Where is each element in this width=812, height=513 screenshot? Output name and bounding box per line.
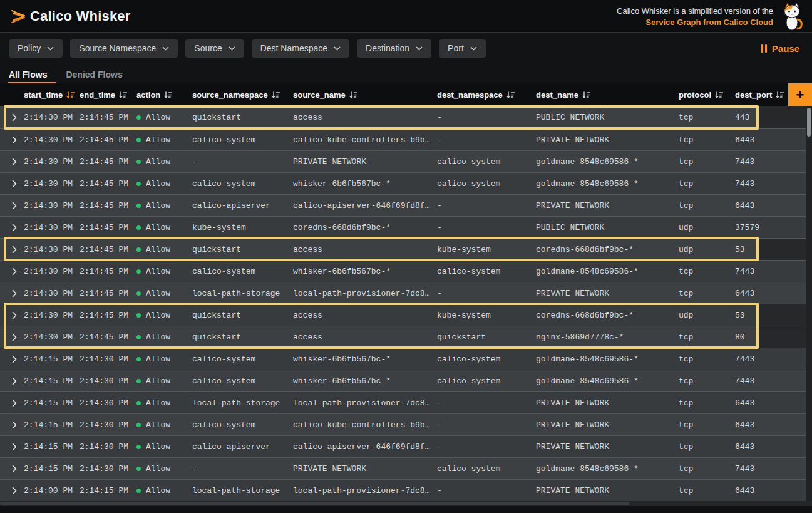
column-header-start_time[interactable]: start_time bbox=[19, 83, 75, 106]
expand-chevron-icon[interactable] bbox=[12, 311, 17, 319]
table-row[interactable]: 2:14:30 PM2:14:45 PMAllowquickstartacces… bbox=[0, 326, 806, 348]
sort-icon bbox=[776, 91, 784, 99]
sort-icon bbox=[164, 91, 172, 99]
expand-row-button[interactable] bbox=[0, 129, 19, 150]
filter-dest-namespace[interactable]: Dest Namespace bbox=[252, 39, 349, 58]
service-graph-link[interactable]: Service Graph from Calico Cloud bbox=[645, 17, 773, 28]
filter-source[interactable]: Source bbox=[185, 39, 244, 58]
cell-dest_name: PRIVATE NETWORK bbox=[531, 195, 674, 216]
expand-row-button[interactable] bbox=[0, 106, 19, 128]
table-row[interactable]: 2:14:30 PM2:14:45 PMAllowlocal-path-stor… bbox=[0, 282, 806, 304]
horizontal-scrollbar-thumb[interactable] bbox=[0, 502, 629, 505]
expand-row-button[interactable] bbox=[0, 304, 19, 326]
status-dot-allow bbox=[136, 335, 141, 339]
status-dot-allow bbox=[136, 182, 141, 186]
expand-row-button[interactable] bbox=[0, 480, 19, 501]
table-row[interactable]: 2:14:30 PM2:14:45 PMAllowkube-systemcore… bbox=[0, 216, 806, 238]
expand-chevron-icon[interactable] bbox=[12, 158, 17, 166]
expand-row-button[interactable] bbox=[0, 173, 19, 194]
expand-chevron-icon[interactable] bbox=[12, 113, 17, 122]
expand-row-button[interactable] bbox=[0, 326, 19, 348]
expand-row-button[interactable] bbox=[0, 151, 19, 172]
table-row[interactable]: 2:14:30 PM2:14:45 PMAllowquickstartacces… bbox=[0, 304, 806, 326]
tab-denied-flows[interactable]: Denied Flows bbox=[66, 63, 122, 83]
expand-row-button[interactable] bbox=[0, 217, 19, 238]
table-row[interactable]: 2:14:30 PM2:14:45 PMAllowcalico-systemwh… bbox=[0, 260, 806, 282]
cell-end_time: 2:14:45 PM bbox=[75, 151, 131, 172]
table-row[interactable]: 2:14:15 PM2:14:30 PMAllow-PRIVATE NETWOR… bbox=[0, 457, 806, 479]
expand-chevron-icon[interactable] bbox=[12, 246, 17, 254]
expand-chevron-icon[interactable] bbox=[12, 487, 17, 495]
tab-all-flows[interactable]: All Flows bbox=[9, 63, 47, 83]
expand-row-button[interactable] bbox=[0, 348, 19, 370]
column-header-source_namespace[interactable]: source_namespace bbox=[187, 83, 288, 106]
filter-destination[interactable]: Destination bbox=[357, 39, 431, 58]
table-row[interactable]: 2:14:00 PM2:14:15 PMAllowlocal-path-stor… bbox=[0, 479, 806, 501]
cell-source_name: calico-apiserver-646f69fd8f… bbox=[288, 436, 432, 457]
expand-chevron-icon[interactable] bbox=[12, 202, 17, 210]
expand-chevron-icon[interactable] bbox=[12, 267, 17, 276]
vertical-scrollbar-thumb[interactable] bbox=[807, 108, 811, 137]
cell-dest_name: PUBLIC NETWORK bbox=[531, 217, 674, 238]
expand-chevron-icon[interactable] bbox=[12, 224, 17, 232]
filter-port[interactable]: Port bbox=[439, 39, 486, 58]
column-header-end_time[interactable]: end_time bbox=[75, 83, 131, 106]
brand: Calico Whisker bbox=[10, 7, 131, 26]
table-row[interactable]: 2:14:30 PM2:14:45 PMAllowcalico-systemwh… bbox=[0, 172, 806, 194]
table-row[interactable]: 2:14:15 PM2:14:30 PMAllowcalico-systemwh… bbox=[0, 370, 806, 391]
table-row[interactable]: 2:14:30 PM2:14:45 PMAllowquickstartacces… bbox=[0, 238, 806, 260]
expand-row-button[interactable] bbox=[0, 261, 19, 282]
expand-chevron-icon[interactable] bbox=[12, 355, 17, 363]
cell-dest_namespace: calico-system bbox=[432, 151, 531, 172]
expand-chevron-icon[interactable] bbox=[12, 443, 17, 451]
filter-policy[interactable]: Policy bbox=[9, 39, 63, 58]
cell-dest_port: 7443 bbox=[730, 458, 806, 479]
table-row[interactable]: 2:14:30 PM2:14:45 PMAllowcalico-apiserve… bbox=[0, 194, 806, 216]
expand-chevron-icon[interactable] bbox=[12, 377, 17, 385]
cell-source_namespace: calico-system bbox=[187, 173, 288, 194]
column-header-protocol[interactable]: protocol bbox=[674, 83, 730, 106]
column-label: start_time bbox=[24, 90, 63, 100]
expand-row-button[interactable] bbox=[0, 370, 19, 391]
status-dot-allow bbox=[136, 138, 141, 142]
expand-row-button[interactable] bbox=[0, 195, 19, 216]
column-header-dest_name[interactable]: dest_name bbox=[531, 83, 674, 106]
expand-chevron-icon[interactable] bbox=[12, 289, 17, 298]
cell-dest_port: 6443 bbox=[730, 282, 806, 304]
cell-dest_namespace: quickstart bbox=[432, 326, 531, 348]
expand-chevron-icon[interactable] bbox=[12, 333, 17, 341]
table-row[interactable]: 2:14:30 PM2:14:45 PMAllowcalico-systemca… bbox=[0, 128, 806, 150]
expand-chevron-icon[interactable] bbox=[12, 399, 17, 407]
filter-source-namespace[interactable]: Source Namespace bbox=[70, 39, 178, 58]
add-column-button[interactable]: + bbox=[788, 83, 812, 106]
table-row[interactable]: 2:14:15 PM2:14:30 PMAllowcalico-systemca… bbox=[0, 413, 806, 435]
table-row[interactable]: 2:14:15 PM2:14:30 PMAllowcalico-apiserve… bbox=[0, 435, 806, 457]
expand-row-button[interactable] bbox=[0, 414, 19, 435]
column-header-source_name[interactable]: source_name bbox=[288, 83, 432, 106]
column-header-dest_namespace[interactable]: dest_namespace bbox=[432, 83, 531, 106]
column-header-action[interactable]: action bbox=[131, 83, 187, 106]
status-dot-allow bbox=[136, 423, 141, 427]
status-dot-allow bbox=[136, 379, 141, 383]
cell-dest_name: goldmane-8548c69586-* bbox=[531, 348, 674, 370]
cell-source_name: local-path-provisioner-7dc8… bbox=[288, 480, 432, 501]
cell-dest_namespace: kube-system bbox=[432, 239, 531, 260]
table-row[interactable]: 2:14:15 PM2:14:30 PMAllowcalico-systemwh… bbox=[0, 348, 806, 370]
expand-chevron-icon[interactable] bbox=[12, 136, 17, 144]
table-row[interactable]: 2:14:30 PM2:14:45 PMAllow-PRIVATE NETWOR… bbox=[0, 150, 806, 172]
expand-row-button[interactable] bbox=[0, 282, 19, 304]
pause-button[interactable]: Pause bbox=[761, 43, 799, 54]
expand-row-button[interactable] bbox=[0, 436, 19, 457]
expand-chevron-icon[interactable] bbox=[12, 421, 17, 429]
table-row[interactable]: 2:14:30 PM2:14:45 PMAllowquickstartacces… bbox=[0, 106, 806, 128]
expand-row-button[interactable] bbox=[0, 239, 19, 260]
expand-chevron-icon[interactable] bbox=[12, 465, 17, 473]
cell-source_namespace: - bbox=[187, 151, 288, 172]
expand-chevron-icon[interactable] bbox=[12, 180, 17, 188]
expand-row-button[interactable] bbox=[0, 458, 19, 479]
cell-end_time: 2:14:45 PM bbox=[75, 261, 131, 282]
table-row[interactable]: 2:14:15 PM2:14:30 PMAllowlocal-path-stor… bbox=[0, 391, 806, 413]
cell-start_time: 2:14:30 PM bbox=[19, 261, 75, 282]
expand-row-button[interactable] bbox=[0, 392, 19, 413]
tagline-wrap: Calico Whisker is a simplified version o… bbox=[617, 2, 806, 31]
